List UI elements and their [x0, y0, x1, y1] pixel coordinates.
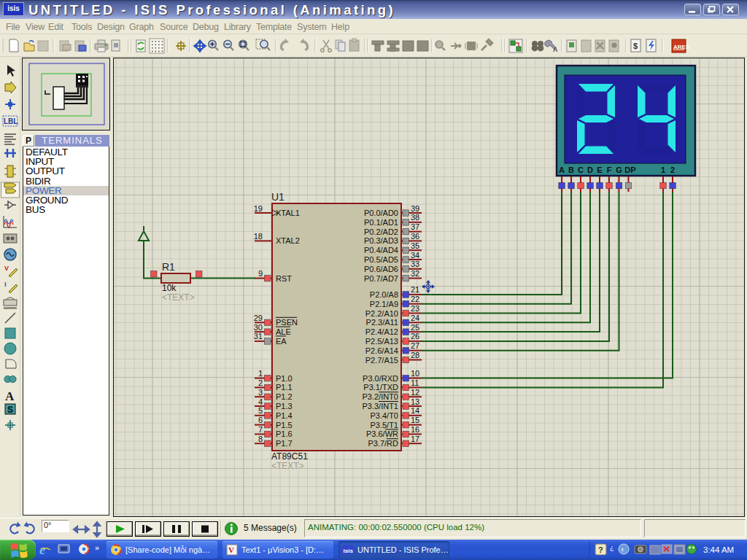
svg-text:B: B	[568, 166, 574, 174]
svg-text:»: »	[95, 543, 99, 552]
svg-text:P1.5: P1.5	[276, 421, 293, 429]
svg-text:21: 21	[411, 285, 419, 294]
svg-text:P0.5/AD5: P0.5/AD5	[364, 255, 398, 264]
svg-text:P1.7: P1.7	[276, 439, 293, 448]
svg-text:XTAL2: XTAL2	[276, 236, 300, 245]
svg-text:27: 27	[411, 341, 419, 350]
svg-text:<TEXT>: <TEXT>	[162, 292, 195, 303]
svg-text:P2.3/A11: P2.3/A11	[366, 318, 398, 327]
svg-text:XTAL1: XTAL1	[276, 209, 300, 217]
svg-text:isis: isis	[344, 548, 354, 554]
svg-text:C: C	[578, 166, 584, 174]
svg-text:V: V	[4, 265, 9, 272]
svg-text:19: 19	[254, 204, 263, 213]
svg-text:3:44 AM: 3:44 AM	[703, 545, 734, 554]
svg-text:F: F	[607, 166, 612, 174]
svg-text:ALE: ALE	[276, 327, 291, 336]
svg-text:P3.7/RD: P3.7/RD	[368, 439, 398, 448]
svg-text:17: 17	[411, 435, 419, 443]
svg-text:P3.1/TXD: P3.1/TXD	[363, 383, 398, 392]
svg-text:D: D	[587, 166, 593, 174]
svg-text:P1.0: P1.0	[276, 374, 293, 383]
svg-text:1: 1	[258, 369, 263, 378]
svg-text:P1.4: P1.4	[276, 411, 293, 420]
svg-text:P2.5/A13: P2.5/A13	[365, 337, 398, 346]
svg-text:38: 38	[411, 213, 419, 222]
svg-text:RST: RST	[276, 274, 292, 283]
svg-text:28: 28	[411, 351, 419, 359]
svg-text:P0.4/AD4: P0.4/AD4	[364, 246, 398, 254]
svg-text:LBL: LBL	[4, 117, 18, 125]
svg-text:P1.1: P1.1	[276, 383, 293, 392]
svg-text:25: 25	[411, 323, 419, 332]
svg-text:P0.2/AD2: P0.2/AD2	[364, 228, 398, 236]
svg-text:‹: ‹	[622, 545, 624, 553]
svg-text:e: e	[39, 542, 46, 557]
svg-text:31: 31	[254, 332, 263, 341]
svg-text:26: 26	[411, 332, 419, 341]
svg-text:2: 2	[258, 378, 263, 387]
svg-text:DP: DP	[624, 166, 635, 174]
svg-text:15: 15	[411, 416, 419, 424]
svg-text:8: 8	[258, 435, 263, 443]
svg-text:33: 33	[411, 260, 419, 268]
svg-text:¿: ¿	[610, 544, 614, 551]
svg-text:R1: R1	[162, 261, 175, 273]
svg-text:$: $	[633, 42, 638, 50]
svg-text:18: 18	[254, 232, 263, 241]
svg-text:36: 36	[411, 232, 419, 241]
svg-text:35: 35	[411, 241, 419, 250]
svg-text:P0.7/AD7: P0.7/AD7	[364, 274, 398, 283]
svg-text:G: G	[616, 166, 622, 174]
svg-text:34: 34	[411, 251, 419, 260]
svg-text:3: 3	[258, 388, 263, 397]
svg-text:A: A	[5, 389, 15, 403]
svg-text:P2.1/A9: P2.1/A9	[370, 300, 398, 308]
svg-text:P0.1/AD1: P0.1/AD1	[364, 218, 398, 227]
svg-text:11: 11	[411, 378, 419, 387]
svg-text:6: 6	[258, 416, 263, 424]
svg-text:P3.6/WR: P3.6/WR	[366, 429, 398, 438]
svg-text:P2.0/A8: P2.0/A8	[370, 290, 398, 299]
svg-text:P3.2/INT0: P3.2/INT0	[362, 392, 398, 401]
svg-text:P3.3/INT1: P3.3/INT1	[362, 402, 398, 411]
svg-text:PSEN: PSEN	[276, 318, 298, 327]
svg-text:7: 7	[258, 425, 263, 434]
svg-text:23: 23	[411, 304, 419, 313]
svg-text:P0.6/AD6: P0.6/AD6	[364, 265, 398, 273]
svg-text:10k: 10k	[162, 283, 177, 293]
svg-text:A: A	[553, 46, 558, 53]
svg-text:24: 24	[411, 314, 419, 322]
svg-text:14: 14	[411, 406, 419, 415]
svg-text:30: 30	[254, 323, 263, 332]
svg-text:EA: EA	[276, 337, 287, 346]
svg-text:P2.2/A10: P2.2/A10	[365, 309, 398, 318]
svg-text:4: 4	[258, 397, 263, 406]
svg-text:P2.7/A15: P2.7/A15	[365, 356, 398, 365]
svg-text:P0.0/AD0: P0.0/AD0	[364, 209, 398, 217]
svg-text:1: 1	[661, 166, 665, 174]
svg-text:9: 9	[258, 269, 263, 278]
svg-text:ARES: ARES	[673, 44, 690, 50]
svg-text:2: 2	[670, 166, 675, 174]
svg-text:39: 39	[411, 204, 419, 213]
svg-text:I: I	[4, 281, 7, 288]
svg-text:E: E	[597, 166, 602, 174]
svg-text:13: 13	[411, 397, 419, 406]
svg-text:P3.4/T0: P3.4/T0	[370, 411, 398, 420]
svg-text:<TEXT>: <TEXT>	[271, 461, 304, 471]
svg-text:V: V	[228, 545, 234, 554]
svg-text:P3.5/T1: P3.5/T1	[370, 421, 398, 429]
svg-text:P0.3/AD3: P0.3/AD3	[364, 236, 398, 245]
svg-text:16: 16	[411, 425, 419, 434]
svg-text:U1: U1	[271, 191, 285, 203]
svg-text:S: S	[7, 405, 13, 415]
svg-text:P3.0/RXD: P3.0/RXD	[363, 374, 398, 383]
svg-text:22: 22	[411, 295, 419, 303]
svg-text:37: 37	[411, 222, 419, 231]
svg-text:P1.3: P1.3	[276, 402, 293, 411]
svg-text:P1.2: P1.2	[276, 392, 293, 401]
svg-text:29: 29	[254, 314, 263, 322]
svg-text:32: 32	[411, 269, 419, 278]
svg-text:P2.4/A12: P2.4/A12	[365, 327, 398, 336]
